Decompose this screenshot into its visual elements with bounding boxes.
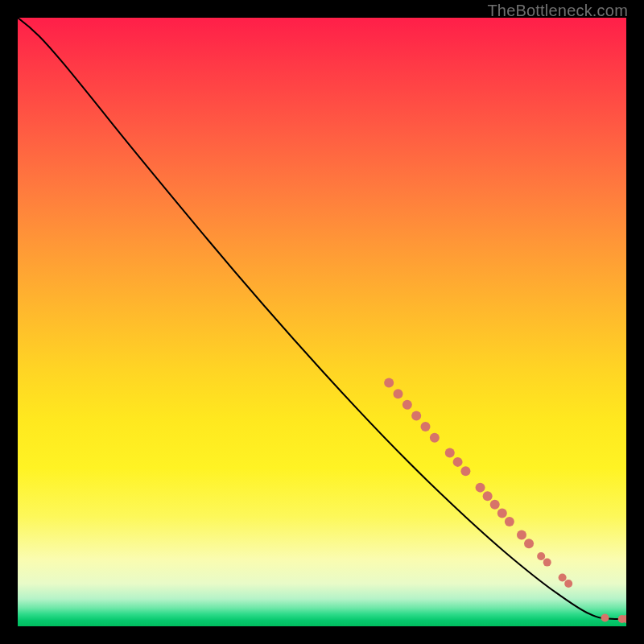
data-marker bbox=[460, 466, 470, 476]
data-marker bbox=[601, 613, 609, 621]
data-marker bbox=[559, 574, 567, 582]
data-marker bbox=[411, 411, 421, 420]
data-marker bbox=[490, 500, 500, 510]
data-marker bbox=[543, 559, 551, 567]
bottleneck-curve bbox=[18, 18, 626, 619]
chart-plot-area bbox=[18, 18, 626, 626]
data-marker bbox=[505, 517, 514, 526]
data-marker bbox=[537, 552, 545, 560]
data-marker bbox=[394, 389, 403, 398]
data-marker bbox=[476, 483, 485, 493]
chart-svg-layer bbox=[18, 18, 626, 626]
data-markers bbox=[384, 378, 626, 623]
data-marker bbox=[384, 378, 394, 388]
chart-stage: TheBottleneck.com bbox=[0, 0, 644, 644]
data-marker bbox=[402, 400, 412, 410]
data-marker bbox=[497, 508, 507, 518]
data-marker bbox=[445, 448, 455, 458]
data-marker bbox=[524, 539, 534, 548]
data-marker bbox=[430, 433, 440, 443]
data-marker bbox=[453, 457, 463, 467]
data-marker bbox=[564, 580, 572, 588]
data-marker bbox=[483, 491, 493, 501]
data-marker bbox=[517, 530, 526, 540]
data-marker bbox=[421, 422, 431, 431]
